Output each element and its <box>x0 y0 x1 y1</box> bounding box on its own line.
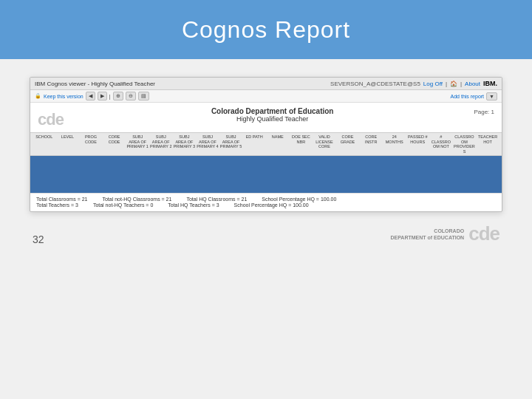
footer-cde-logo: cde <box>468 222 499 245</box>
ibm-logo: IBM. <box>483 80 497 87</box>
user-label: SEVERSON_A@CDESTATE@S5 <box>330 81 420 87</box>
toolbar-btn-fwd[interactable]: ▶ <box>98 92 107 100</box>
summary-hq-classrooms: Total HQ Classrooms = 21 <box>186 197 247 202</box>
keep-version-label[interactable]: Keep this version <box>44 94 83 99</box>
col-subj5: SUBJ AREA OF PRIMARY 5 <box>220 134 242 154</box>
page-title: Cognos Report <box>182 16 350 44</box>
column-headers: SCHOOL LEVEL PROG CODE CORE CODE SUBJ AR… <box>30 132 502 156</box>
home-icon[interactable]: 🏠 <box>450 81 457 87</box>
main-area: IBM Cognos viewer - Highly Qualified Tea… <box>0 59 532 253</box>
col-subj3: SUBJ AREA OF PRIMARY 3 <box>174 134 196 154</box>
col-valid-license: VALID LICENSE CORE <box>313 134 335 154</box>
col-prog-code: PROG CODE <box>80 134 102 154</box>
toolbar-separator: | <box>109 94 111 99</box>
cognos-topbar-right: SEVERSON_A@CDESTATE@S5 Log Off | 🏠 | Abo… <box>330 80 497 87</box>
footer-colorado-text: COLORADO DEPARTMENT of EDUCATION <box>391 228 465 241</box>
colorado-label: COLORADO <box>391 228 465 234</box>
summary-area: Total Classrooms = 21 Total not-HQ Class… <box>30 193 502 211</box>
toolbar-btn-4[interactable]: ▼ <box>486 92 497 100</box>
col-24months: 24 MONTHS <box>383 134 406 154</box>
col-core-instr: CORE INSTR <box>360 134 382 154</box>
summary-school-pct2: School Percentage HQ = 100.00 <box>234 202 309 208</box>
summary-row-2: Total Teachers = 3 Total not-HQ Teachers… <box>36 202 496 208</box>
data-rows-area <box>30 156 502 193</box>
summary-total-classrooms: Total Classrooms = 21 <box>36 197 87 202</box>
col-level: LEVEL <box>57 134 79 154</box>
summary-not-hq-classrooms: Total not-HQ Classrooms = 21 <box>102 197 171 202</box>
logoff-link[interactable]: Log Off <box>423 81 443 87</box>
col-subj2: SUBJ AREA OF PRIMARY 2 <box>150 134 172 154</box>
summary-school-pct1: School Percentage HQ = 100.00 <box>262 197 336 202</box>
separator2: | <box>460 81 462 87</box>
col-subj4: SUBJ AREA OF PRIMARY 4 <box>197 134 219 154</box>
add-report-label[interactable]: Add this report <box>451 94 485 99</box>
cognos-viewer-label: IBM Cognos viewer - Highly Qualified Tea… <box>35 81 155 87</box>
slide-page-number: 32 <box>33 233 44 245</box>
col-core-grade: CORE GRADE <box>337 134 359 154</box>
report-title-block: Colorado Department of Education Highly … <box>71 107 474 123</box>
col-teacher-hot: TEACHER HOT <box>477 134 499 154</box>
col-ed-path: ED PATH <box>243 134 265 154</box>
report-header: cde Colorado Department of Education Hig… <box>30 103 502 132</box>
summary-not-hq-teachers: Total not-HQ Teachers = 0 <box>93 202 153 208</box>
cognos-toolbar: 🔒 Keep this version ◀ ▶ | ⊕ ⊖ ▤ Add this… <box>30 90 502 103</box>
col-core-code: CORE CODE <box>103 134 126 154</box>
col-passed: PASSED # HOURS <box>407 134 429 154</box>
summary-total-teachers: Total Teachers = 3 <box>36 202 78 208</box>
col-classroom-not: # CLASSROOM NOT <box>430 134 452 154</box>
summary-hq-teachers: Total HQ Teachers = 3 <box>168 202 219 208</box>
col-school: SCHOOL <box>33 134 55 154</box>
col-subj1: SUBJ AREA OF PRIMARY 1 <box>126 134 149 154</box>
col-classroom-prov: CLASSROOM PROVIDERS <box>454 134 476 154</box>
col-name: NAME <box>267 134 289 154</box>
footer-logo-block: COLORADO DEPARTMENT of EDUCATION cde <box>391 222 500 245</box>
toolbar-btn-2[interactable]: ⊖ <box>126 92 136 100</box>
cognos-topbar: IBM Cognos viewer - Highly Qualified Tea… <box>30 78 502 90</box>
cde-logo: cde <box>38 110 64 129</box>
cognos-window: IBM Cognos viewer - Highly Qualified Tea… <box>30 77 502 212</box>
col-doe-sec: DOE SEC NBR <box>290 134 313 154</box>
page-number: Page: 1 <box>474 109 494 115</box>
report-subtitle: Highly Qualified Teacher <box>71 115 474 123</box>
toolbar-btn-3[interactable]: ▤ <box>138 92 149 100</box>
separator1: | <box>446 81 447 87</box>
toolbar-btn-1[interactable]: ⊕ <box>113 92 123 100</box>
dept-label: DEPARTMENT of EDUCATION <box>391 234 465 241</box>
about-link[interactable]: About <box>465 81 480 87</box>
toolbar-btn-back[interactable]: ◀ <box>86 92 95 100</box>
summary-row-1: Total Classrooms = 21 Total not-HQ Class… <box>36 197 496 202</box>
header-band: Cognos Report <box>0 0 532 59</box>
slide-footer: 32 COLORADO DEPARTMENT of EDUCATION cde <box>30 222 502 245</box>
org-title: Colorado Department of Education <box>71 107 474 115</box>
keep-version-icon: 🔒 <box>35 93 41 99</box>
